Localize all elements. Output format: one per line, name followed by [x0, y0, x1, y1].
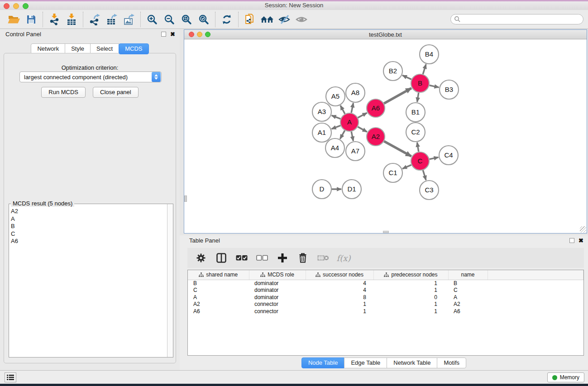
graph-node-A2[interactable]: A2 — [367, 128, 385, 146]
tab-node-table[interactable]: Node Table — [301, 357, 345, 368]
cell-predecessor-nodes[interactable]: 1 — [373, 280, 448, 287]
cell-shared-name[interactable]: C — [188, 287, 249, 294]
window-resize-grip[interactable] — [580, 226, 586, 233]
cell-predecessor-nodes[interactable]: 1 — [373, 287, 448, 294]
graph-node-C4[interactable]: C4 — [439, 146, 458, 165]
export-network-button[interactable] — [86, 12, 103, 27]
cell-mcds-role[interactable]: dominator — [249, 280, 306, 287]
cell-successor-nodes[interactable]: 1 — [306, 301, 373, 308]
graph-node-A3[interactable]: A3 — [312, 102, 331, 121]
add-row-button[interactable] — [274, 250, 291, 266]
graph-edge-B-B2[interactable] — [402, 75, 411, 79]
export-table-button[interactable] — [103, 12, 120, 27]
cell-name[interactable]: B — [448, 280, 488, 287]
graph-edge-B-B4[interactable] — [423, 64, 426, 74]
graph-node-C[interactable]: C — [411, 152, 429, 170]
graph-node-A7[interactable]: A7 — [346, 142, 365, 161]
close-panel-button[interactable]: Close panel — [93, 87, 139, 98]
graph-edge-B-B3[interactable] — [430, 86, 439, 88]
graph-node-B3[interactable]: B3 — [440, 80, 459, 99]
cell-mcds-role[interactable]: connector — [249, 308, 306, 315]
cell-predecessor-nodes[interactable]: 1 — [373, 301, 448, 308]
table-settings-button[interactable] — [193, 250, 209, 266]
import-network-button[interactable] — [46, 12, 63, 27]
graph-node-B[interactable]: B — [411, 74, 429, 92]
cell-name[interactable]: C — [448, 287, 488, 294]
close-panel-icon[interactable]: ✖ — [170, 32, 175, 37]
table-row[interactable]: A6connector11A6 — [188, 308, 583, 315]
cell-mcds-role[interactable]: connector — [249, 301, 306, 308]
graph-edge-A-A2[interactable] — [358, 127, 367, 132]
hide-selected-button[interactable] — [276, 12, 293, 27]
graph-edge-A6-B[interactable] — [384, 88, 411, 104]
graph-node-C3[interactable]: C3 — [420, 181, 439, 200]
result-item[interactable]: A — [11, 215, 167, 223]
export-image-button[interactable] — [120, 12, 138, 27]
select-all-button[interactable] — [234, 250, 250, 266]
cell-predecessor-nodes[interactable]: 1 — [373, 308, 448, 315]
graph-edge-A2-C[interactable] — [384, 141, 411, 156]
cell-name[interactable]: A6 — [448, 308, 488, 315]
deselect-all-button[interactable] — [254, 250, 270, 266]
tab-motifs[interactable]: Motifs — [437, 357, 466, 368]
column-header-shared-name[interactable]: shared name — [188, 270, 249, 280]
graph-edge-A-A4[interactable] — [340, 130, 344, 139]
refresh-layout-button[interactable] — [218, 12, 235, 27]
graph-node-B4[interactable]: B4 — [420, 45, 439, 64]
tab-network-table[interactable]: Network Table — [387, 357, 437, 368]
cell-mcds-role[interactable]: dominator — [249, 294, 306, 301]
network-window-titlebar[interactable]: testGlobe.txt — [184, 30, 587, 39]
new-network-from-selection-button[interactable] — [241, 12, 258, 27]
tab-mcds[interactable]: MCDS — [119, 43, 148, 54]
graph-node-D[interactable]: D — [312, 180, 331, 199]
table-row[interactable]: Adominator80A — [188, 294, 583, 301]
graph-node-A4[interactable]: A4 — [325, 138, 344, 157]
graph-node-B1[interactable]: B1 — [406, 103, 425, 122]
cell-shared-name[interactable]: B — [188, 280, 249, 287]
graph-node-C2[interactable]: C2 — [406, 123, 425, 142]
graph-node-D1[interactable]: D1 — [342, 180, 361, 199]
close-table-panel-icon[interactable]: ✖ — [578, 238, 583, 243]
function-builder-button[interactable]: f(x) — [335, 250, 352, 266]
zoom-in-button[interactable] — [143, 12, 161, 27]
graph-edge-A-A5[interactable] — [340, 105, 345, 114]
graph-edge-A-A1[interactable] — [332, 125, 341, 129]
cell-name[interactable]: A2 — [448, 301, 488, 308]
cell-name[interactable]: A — [448, 294, 488, 301]
cell-shared-name[interactable]: A2 — [188, 301, 249, 308]
delete-table-button[interactable] — [315, 250, 331, 266]
column-header-successor-nodes[interactable]: successor nodes — [306, 270, 373, 280]
canvas-bottom-handle[interactable] — [383, 231, 389, 233]
graph-edge-B-B1[interactable] — [417, 93, 419, 102]
open-session-button[interactable] — [5, 12, 23, 27]
table-row[interactable]: A2connector11A2 — [188, 301, 583, 308]
zoom-selected-button[interactable] — [195, 12, 212, 27]
table-row[interactable]: Cdominator41C — [188, 287, 583, 294]
graph-edge-C-C1[interactable] — [402, 165, 411, 169]
cell-successor-nodes[interactable]: 4 — [306, 287, 373, 294]
canvas-left-handle[interactable] — [184, 195, 187, 202]
zoom-out-button[interactable] — [161, 12, 178, 27]
zoom-fit-button[interactable] — [178, 12, 195, 27]
network-canvas[interactable]: AA1A2A3A4A5A6A7A8BB1B2B3B4CC1C2C3C4DD1 — [184, 39, 587, 233]
show-all-button[interactable] — [293, 12, 310, 27]
column-header-name[interactable]: name — [448, 270, 488, 280]
result-item[interactable]: A2 — [11, 208, 167, 215]
float-table-panel-icon[interactable] — [569, 238, 574, 243]
run-mcds-button[interactable]: Run MCDS — [41, 87, 86, 98]
column-header-mcds-role[interactable]: MCDS role — [249, 270, 306, 280]
show-column-button[interactable] — [213, 250, 229, 266]
graph-node-A[interactable]: A — [340, 113, 359, 131]
graph-edge-C-C4[interactable] — [430, 157, 439, 159]
memory-button[interactable]: Memory — [547, 372, 584, 382]
delete-row-button[interactable] — [295, 250, 311, 266]
graph-node-A1[interactable]: A1 — [312, 123, 331, 142]
graph-edge-A-A7[interactable] — [351, 132, 353, 141]
graph-edge-C-C3[interactable] — [423, 170, 426, 180]
optimization-criterion-dropdown[interactable]: largest connected component (directed) — [19, 71, 162, 82]
graph-edge-C-C2[interactable] — [417, 143, 419, 152]
float-panel-icon[interactable] — [161, 32, 166, 37]
cell-shared-name[interactable]: A — [188, 294, 249, 301]
result-item[interactable]: B — [11, 223, 167, 230]
graph-edge-A-A6[interactable] — [358, 113, 367, 118]
